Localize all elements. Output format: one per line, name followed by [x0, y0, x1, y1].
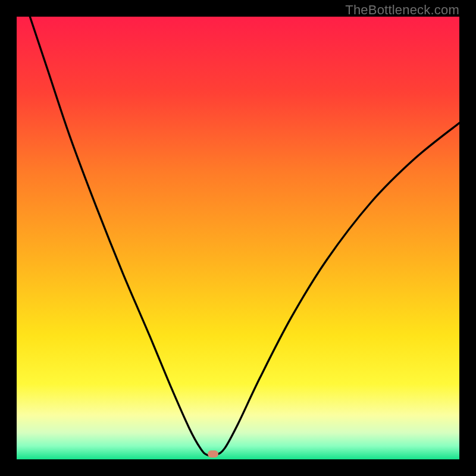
- chart-frame: TheBottleneck.com: [0, 0, 476, 476]
- optimal-marker: [208, 450, 218, 458]
- watermark-text: TheBottleneck.com: [345, 2, 459, 18]
- plot-area: [17, 17, 459, 459]
- bottleneck-curve: [30, 17, 459, 456]
- curve-layer: [17, 17, 459, 459]
